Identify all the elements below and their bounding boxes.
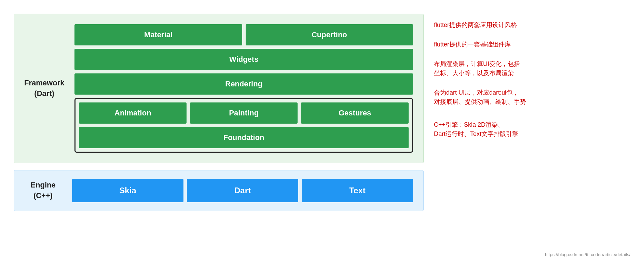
annotations-area: flutter提供的两套应用设计风格 flutter提供的一套基础组件库 布局渲… [434, 14, 553, 145]
engine-box: Engine (C++) Skia Dart Text [14, 170, 424, 211]
animation-painting-gestures-row: Animation Painting Gestures [79, 102, 409, 124]
painting-bar: Painting [190, 102, 298, 124]
text-bar: Text [302, 179, 413, 202]
engine-label: Engine (C++) [24, 180, 62, 201]
annotation-rendering: 布局渲染层，计算UI变化，包括 坐标、大小等，以及布局渲染 [434, 59, 553, 88]
widgets-bar: Widgets [74, 49, 413, 70]
diagram-area: Framework (Dart) Material Cupertino Widg… [14, 14, 424, 211]
rendering-bar: Rendering [74, 73, 413, 95]
framework-label: Framework (Dart) [24, 78, 64, 99]
cupertino-bar: Cupertino [246, 24, 413, 45]
material-cupertino-row: Material Cupertino [74, 24, 413, 45]
annotation-widgets: flutter提供的一套基础组件库 [434, 40, 553, 59]
gestures-bar: Gestures [301, 102, 409, 124]
url-text: https://blog.csdn.net/tt_coder/article/d… [0, 249, 644, 257]
engine-bars: Skia Dart Text [72, 179, 413, 202]
main-container: Framework (Dart) Material Cupertino Widg… [0, 7, 644, 218]
skia-bar: Skia [72, 179, 183, 202]
dart-ui-box: Animation Painting Gestures Foundation [74, 98, 413, 153]
animation-bar: Animation [79, 102, 187, 124]
framework-box: Framework (Dart) Material Cupertino Widg… [14, 14, 424, 163]
dart-bar: Dart [187, 179, 298, 202]
annotation-dart-ui: 合为dart UI层，对应dart:ui包， 对接底层、提供动画、绘制、手势 [434, 88, 553, 113]
foundation-bar: Foundation [79, 127, 409, 148]
framework-layers: Material Cupertino Widgets Rendering Ani… [74, 24, 413, 153]
annotation-material-cupertino: flutter提供的两套应用设计风格 [434, 17, 553, 40]
annotation-engine: C++引擎：Skia 2D渲染、 Dart运行时、Text文字排版引擎 [434, 113, 553, 145]
material-bar: Material [74, 24, 242, 45]
